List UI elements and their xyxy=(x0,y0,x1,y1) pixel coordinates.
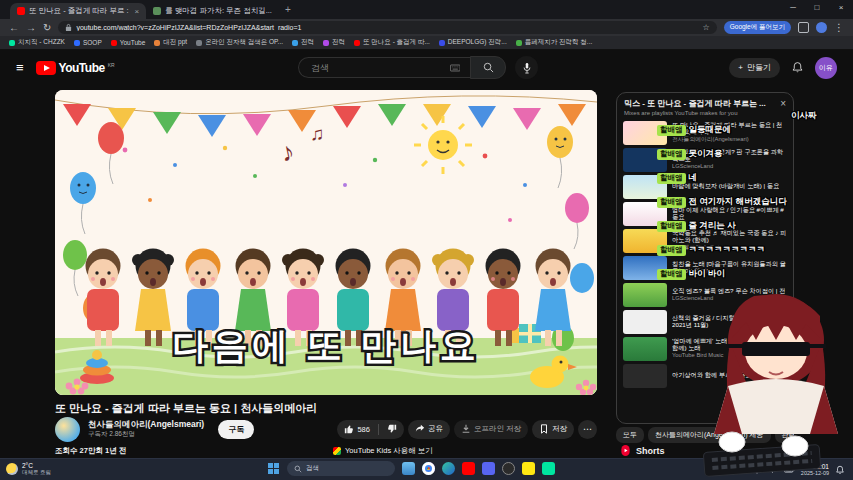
youtube-logo[interactable]: YouTube KR xyxy=(36,61,115,75)
create-button[interactable]: + 만들기 xyxy=(729,58,780,78)
google-save-button[interactable]: Google에 풀어보기 xyxy=(724,21,791,34)
ppt-icon xyxy=(154,40,160,46)
folder-icon xyxy=(323,40,329,46)
download-icon xyxy=(461,424,471,434)
video-thumbnail xyxy=(623,283,667,307)
youtube-kids-banner[interactable]: YouTube Kids 사용해 보기 xyxy=(333,446,433,456)
hamburger-menu-icon[interactable]: ≡ xyxy=(16,60,24,75)
taskbar-search[interactable]: 검색 xyxy=(287,461,395,476)
shorts-section-header[interactable]: Shorts xyxy=(620,444,665,457)
bookmark-item[interactable]: 전력 xyxy=(323,38,345,47)
like-dislike-pill[interactable]: 586 xyxy=(337,420,404,439)
chat-nickname: 할배앰 xyxy=(657,173,686,184)
share-button[interactable]: 공유 xyxy=(408,420,450,439)
save-button[interactable]: 저장 xyxy=(532,420,574,439)
chip-all[interactable]: 모두 xyxy=(616,427,644,443)
thumb-up-icon[interactable] xyxy=(344,424,354,434)
youtube-icon xyxy=(111,40,117,46)
user-avatar[interactable]: 이유 xyxy=(815,57,837,79)
search-button[interactable] xyxy=(470,56,506,79)
notifications-bell-icon[interactable] xyxy=(791,61,804,74)
channel-name[interactable]: 천사들의메아리(Angelsmeari) xyxy=(88,420,204,430)
youtube-region-label: KR xyxy=(108,62,115,68)
edge-icon[interactable] xyxy=(442,462,455,475)
mic-icon xyxy=(522,62,532,74)
view-count: 조회수 27만회 1년 전 xyxy=(55,446,126,456)
browser-profile-avatar[interactable] xyxy=(816,22,827,33)
weather-condition: 대체로 흐림 xyxy=(22,470,51,476)
offline-save-button[interactable]: 오프라인 저장 xyxy=(454,420,528,439)
bookmark-item[interactable]: DEEPOLGG) 전략... xyxy=(439,38,507,47)
music-note: ♫ xyxy=(310,123,324,144)
discord-icon[interactable] xyxy=(482,462,495,475)
subscribe-button[interactable]: 구독 xyxy=(218,420,254,439)
bookmark-item[interactable]: 치지직 - CHZZK xyxy=(9,38,65,47)
tab-current[interactable]: 또 만나요 - 즐겁게 따라 부르 : × xyxy=(10,3,146,19)
weather-icon xyxy=(6,463,18,475)
browser-toolbar: ← → ↻ youtube.com/watch?v=zZoHiPzIJZA&li… xyxy=(0,19,853,36)
refresh-icon[interactable]: ↻ xyxy=(43,23,51,33)
file-explorer-icon[interactable] xyxy=(402,462,415,475)
site-icon xyxy=(516,40,522,46)
search-field[interactable] xyxy=(298,57,470,78)
youtube-app-icon[interactable] xyxy=(462,462,475,475)
search-icon xyxy=(483,62,494,73)
channel-avatar[interactable] xyxy=(55,417,80,442)
bookmark-item[interactable]: 온라인 전자책 검색은 OP... xyxy=(196,38,283,47)
more-actions-button[interactable]: ⋯ xyxy=(578,420,597,439)
weather-widget[interactable]: 2°C 대체로 흐림 xyxy=(6,463,51,476)
tab-title: 를 맺마겸 파가차: 무즌 점치길... xyxy=(165,6,272,16)
youtube-favicon xyxy=(17,7,25,15)
bookmark-item[interactable]: 또 만나요 - 즐겁게 따... xyxy=(354,38,430,47)
bookmark-icon xyxy=(539,424,549,434)
new-tab-button[interactable]: + xyxy=(285,4,291,15)
bookmark-item[interactable]: 전력 xyxy=(292,38,314,47)
url-text: youtube.com/watch?v=zZoHiPzIJZA&list=RDz… xyxy=(76,24,698,31)
soop-icon xyxy=(74,40,80,46)
bookmark-item[interactable]: 름페제지가 전략학 청... xyxy=(516,38,593,47)
minimize-button[interactable]: ─ xyxy=(781,0,805,15)
maximize-button[interactable]: □ xyxy=(805,0,829,15)
youtube-kids-icon xyxy=(333,447,341,455)
header-right-controls: + 만들기 이유 xyxy=(729,57,837,79)
back-icon[interactable]: ← xyxy=(9,23,19,33)
bookmark-item[interactable]: SOOP xyxy=(74,39,102,46)
tab-close-icon[interactable]: × xyxy=(133,7,140,16)
start-button[interactable] xyxy=(268,463,280,475)
tab-title: 또 만나요 - 즐겁게 따라 부르 : xyxy=(29,6,129,16)
lock-icon xyxy=(65,23,72,32)
bookmark-item[interactable]: 대전 ppt xyxy=(154,38,187,47)
shorts-icon xyxy=(620,444,631,457)
mix-title: 믹스 - 또 만나요 - 즐겁게 따라 부르는 ... xyxy=(624,98,776,109)
extensions-icon[interactable] xyxy=(798,22,809,33)
voice-search-button[interactable] xyxy=(515,56,538,79)
browser-tab-strip: 또 만나요 - 즐겁게 따라 부르 : × 를 맺마겸 파가차: 무즌 점치길.… xyxy=(0,0,853,19)
obs-icon[interactable] xyxy=(502,462,515,475)
thumb-down-icon[interactable] xyxy=(387,424,397,434)
video-thumbnail xyxy=(623,364,667,388)
bookmark-star-icon[interactable]: ☆ xyxy=(703,23,710,32)
address-bar[interactable]: youtube.com/watch?v=zZoHiPzIJZA&list=RDz… xyxy=(58,21,716,34)
kakaotalk-icon[interactable] xyxy=(522,462,535,475)
vtuber-avatar-overlay xyxy=(698,282,853,478)
chzzk-icon xyxy=(9,40,15,46)
forward-icon[interactable]: → xyxy=(26,23,36,33)
vtuber-left-hand xyxy=(719,432,745,452)
chat-message: 할배앰즐 겨리는 사 xyxy=(657,220,736,232)
search-input[interactable] xyxy=(309,62,445,74)
close-button[interactable]: × xyxy=(829,0,853,15)
search-icon xyxy=(294,465,302,473)
browser-menu-icon[interactable]: ⋮ xyxy=(834,23,844,33)
keyboard-icon[interactable] xyxy=(450,64,460,72)
burned-in-caption: 다음에 또 만나요 xyxy=(172,325,480,366)
mix-close-icon[interactable]: × xyxy=(776,98,786,109)
chzzk-app-icon[interactable] xyxy=(542,462,555,475)
chrome-icon[interactable] xyxy=(422,462,435,475)
folder-icon xyxy=(292,40,298,46)
bookmark-item[interactable]: YouTube xyxy=(111,39,146,46)
video-actions: 586 공유 오프라인 저장 저장 ⋯ xyxy=(337,420,597,439)
bookmarks-bar: 치지직 - CHZZK SOOP YouTube 대전 ppt 온라인 전자책 … xyxy=(0,36,853,50)
chat-nickname: 할배앰 xyxy=(657,197,686,208)
video-player[interactable]: ♪ ♫ xyxy=(55,90,597,395)
tab-secondary[interactable]: 를 맺마겸 파가차: 무즌 점치길... xyxy=(146,3,279,19)
